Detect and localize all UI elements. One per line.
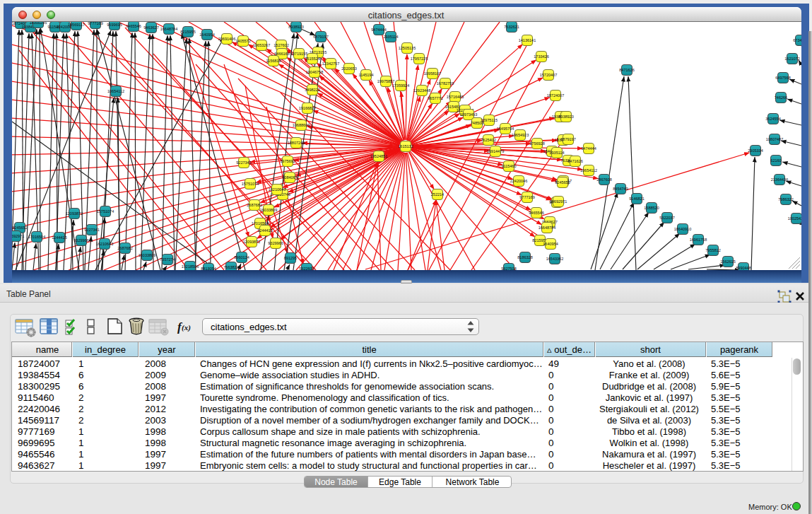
svg-text:19654923: 19654923 [512,133,529,137]
svg-text:19166827: 19166827 [299,106,316,110]
svg-text:9756928: 9756928 [529,141,544,146]
svg-text:19692971: 19692971 [12,234,24,238]
svg-text:1244415: 1244415 [52,235,66,240]
svg-text:7515524: 7515524 [305,57,319,61]
svg-text:10654112: 10654112 [580,168,597,173]
svg-text:8471626: 8471626 [567,159,582,163]
svg-text:1588520: 1588520 [644,206,659,210]
svg-text:1640954: 1640954 [199,33,214,37]
svg-text:16782759: 16782759 [437,81,454,86]
svg-text:2020653: 2020653 [341,66,356,71]
svg-text:19692971: 19692971 [550,199,567,204]
svg-text:9657771: 9657771 [428,96,442,100]
svg-text:9329966: 9329966 [73,238,88,243]
svg-text:2867608: 2867608 [596,177,611,182]
svg-text:18300295: 18300295 [30,22,47,25]
svg-text:14136141: 14136141 [519,38,536,42]
svg-text:10807487: 10807487 [766,137,783,141]
svg-text:9227341: 9227341 [84,228,99,232]
svg-text:1733426: 1733426 [534,54,548,59]
svg-text:8215955: 8215955 [180,30,195,34]
svg-text:21364436: 21364436 [771,177,788,182]
svg-text:8813054: 8813054 [201,267,216,270]
svg-text:2935114: 2935114 [383,35,398,39]
svg-text:5322605: 5322605 [299,267,314,270]
svg-text:19524851: 19524851 [370,154,387,158]
svg-text:7625402: 7625402 [481,138,495,142]
svg-text:20691406: 20691406 [218,37,235,41]
svg-text:8938923: 8938923 [558,115,573,119]
svg-text:10046758: 10046758 [306,70,323,74]
svg-text:9146821: 9146821 [629,197,644,201]
svg-text:6734028: 6734028 [793,38,801,42]
svg-text:7663822: 7663822 [223,265,238,269]
svg-text:9084067: 9084067 [282,175,297,180]
svg-text:1562615: 1562615 [720,259,735,264]
svg-text:9245652: 9245652 [12,226,27,230]
svg-text:10973493: 10973493 [460,112,477,117]
svg-text:15751074: 15751074 [97,209,114,214]
svg-text:6497568: 6497568 [775,76,790,80]
svg-text:12975115: 12975115 [481,118,498,122]
svg-text:18640910: 18640910 [674,227,691,231]
svg-text:16648784: 16648784 [160,27,177,31]
svg-text:8938923: 8938923 [288,25,303,29]
svg-text:8471626: 8471626 [619,68,634,72]
svg-text:7357274: 7357274 [160,257,175,262]
svg-text:8990448: 8990448 [736,266,751,270]
svg-text:1621072: 1621072 [784,57,799,61]
svg-text:10688609: 10688609 [293,123,310,127]
svg-text:9474444: 9474444 [581,146,596,151]
svg-text:7955812: 7955812 [705,248,720,252]
svg-text:8454749: 8454749 [613,187,628,191]
svg-text:9777169: 9777169 [519,195,534,199]
svg-text:16961758: 16961758 [690,238,707,242]
svg-text:10654112: 10654112 [107,89,124,93]
svg-text:18807249: 18807249 [288,141,305,145]
svg-text:9227341: 9227341 [236,160,251,165]
svg-text:9329966: 9329966 [268,241,283,245]
svg-text:891295: 891295 [284,256,297,260]
svg-text:15751074: 15751074 [242,182,259,186]
svg-text:10958107: 10958107 [424,71,441,76]
svg-text:6879197: 6879197 [560,137,575,141]
svg-text:1640954: 1640954 [543,242,558,246]
svg-text:6879197: 6879197 [313,35,328,39]
svg-text:3498222: 3498222 [305,88,319,92]
svg-text:2935114: 2935114 [549,151,564,155]
svg-text:1615132: 1615132 [398,144,413,148]
svg-text:10025433: 10025433 [788,216,801,221]
svg-text:2687682: 2687682 [247,203,261,207]
svg-text:9699695: 9699695 [107,23,122,27]
svg-text:16033809: 16033809 [139,253,155,257]
svg-text:15495794: 15495794 [497,127,514,131]
svg-text:7986322: 7986322 [778,197,793,201]
svg-text:17359924: 17359924 [392,83,409,88]
svg-text:10653267: 10653267 [253,43,270,47]
svg-text:1405572: 1405572 [235,39,250,43]
svg-text:14569117: 14569117 [68,23,85,27]
svg-text:12342757: 12342757 [322,62,339,66]
svg-text:15716485: 15716485 [447,95,464,99]
svg-text:22420046: 22420046 [510,179,527,183]
svg-text:746266: 746266 [775,95,787,100]
svg-text:17957225: 17957225 [411,57,428,61]
svg-text:5322037: 5322037 [659,216,674,220]
svg-text:2687682: 2687682 [117,246,132,250]
svg-text:62160: 62160 [770,158,781,163]
svg-text:9474444: 9474444 [371,28,386,32]
svg-text:7632621: 7632621 [504,25,519,29]
svg-text:252214: 252214 [431,192,444,197]
svg-text:10719155: 10719155 [290,52,307,56]
svg-text:(x): (x) [182,323,191,332]
svg-text:12093872: 12093872 [243,240,260,244]
svg-text:9463627: 9463627 [143,25,158,30]
svg-text:18724007: 18724007 [547,93,564,98]
svg-text:8960124: 8960124 [234,255,249,259]
svg-text:8186328: 8186328 [517,255,532,259]
svg-text:16033809: 16033809 [260,208,277,212]
svg-text:12093872: 12093872 [66,211,83,216]
svg-text:9327508: 9327508 [501,267,516,270]
svg-text:1527602: 1527602 [273,43,288,47]
svg-text:12505135: 12505135 [399,46,416,50]
